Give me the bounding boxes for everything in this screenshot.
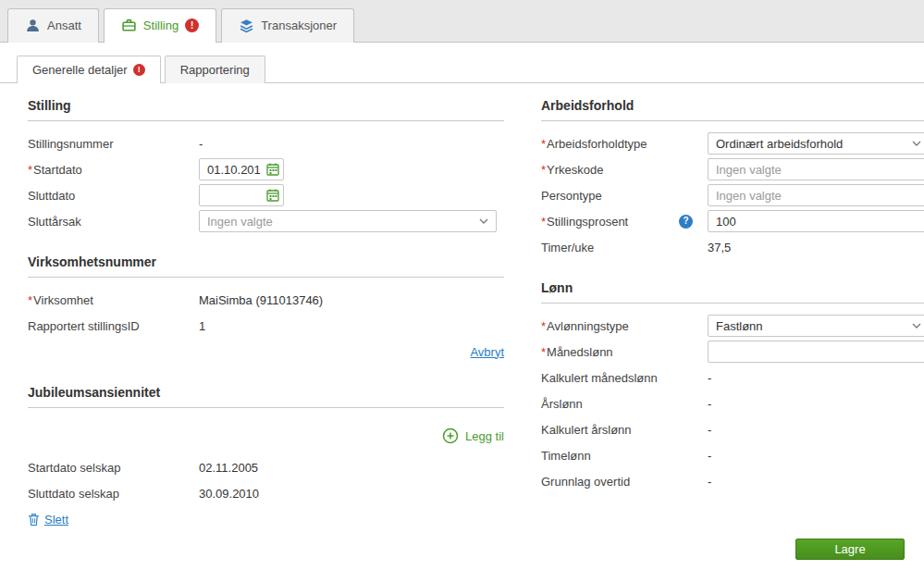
- field-timelonn: Timelønn -: [541, 442, 924, 468]
- required-marker: *: [541, 137, 546, 151]
- kalkulert-arslonn-value: -: [708, 423, 711, 437]
- left-column: Stilling Stillingsnummer - * Startdato: [28, 98, 504, 552]
- chevron-down-icon: [912, 323, 921, 328]
- virksomhet-value: MaiSimba (911013746): [199, 293, 323, 307]
- required-marker: *: [541, 163, 546, 177]
- stillingsnummer-label: Stillingsnummer: [28, 137, 113, 151]
- tab-stilling[interactable]: Stilling !: [104, 8, 216, 43]
- arbeidsforholdtype-select[interactable]: Ordinært arbeidsforhold: [708, 132, 924, 155]
- arbeidsforholdtype-value: Ordinært arbeidsforhold: [716, 137, 843, 151]
- warning-badge: !: [133, 64, 145, 76]
- tab-generelle-detaljer[interactable]: Generelle detaljer !: [17, 56, 161, 83]
- field-arslonn: Årslønn -: [541, 390, 924, 416]
- stillingsprosent-input[interactable]: [708, 210, 924, 232]
- legg-til-link[interactable]: Legg til: [442, 428, 504, 444]
- field-kalkulert-manedslonn: Kalkulert månedslønn -: [541, 365, 924, 390]
- field-startdato-selskap: Startdato selskap 02.11.2005: [28, 454, 504, 480]
- tab-rapportering-label: Rapportering: [180, 63, 250, 77]
- section-stilling: Stilling Stillingsnummer - * Startdato: [28, 98, 504, 234]
- yrkeskode-label: Yrkeskode: [547, 163, 603, 177]
- field-stillingsnummer: Stillingsnummer -: [28, 130, 504, 156]
- sluttarsak-select[interactable]: Ingen valgte: [199, 210, 497, 232]
- field-rapportert-stillingsid: Rapportert stillingsID 1: [28, 313, 504, 339]
- section-jubileumsansiennitet: Jubileumsansiennitet Legg til Startdato …: [28, 385, 504, 532]
- right-column: Arbeidsforhold * Arbeidsforholdtype Ordi…: [541, 98, 924, 552]
- field-sluttarsak: Sluttårsak Ingen valgte: [28, 208, 504, 234]
- section-lonn: Lønn * Avlønningstype Fastlønn * Månedsl…: [541, 280, 924, 494]
- trash-icon: [28, 513, 40, 527]
- help-icon[interactable]: ?: [679, 215, 693, 229]
- field-kalkulert-arslonn: Kalkulert årslønn -: [541, 416, 924, 442]
- kalkulert-manedslonn-value: -: [708, 371, 711, 385]
- tab-ansatt[interactable]: Ansatt: [7, 8, 99, 43]
- virksomhet-label: Virksomhet: [33, 293, 93, 307]
- field-timer-uke: Timer/uke 37,5: [541, 234, 924, 260]
- manedslonn-label: Månedslønn: [547, 345, 613, 359]
- section-title-lonn: Lønn: [541, 280, 924, 304]
- startdato-label: Startdato: [33, 163, 82, 177]
- sluttdato-selskap-label: Sluttdato selskap: [28, 487, 119, 501]
- arslonn-label: Årslønn: [541, 397, 583, 411]
- transactions-icon: [239, 18, 254, 33]
- slett-link[interactable]: Slett: [28, 513, 68, 527]
- arbeidsforholdtype-label: Arbeidsforholdtype: [547, 137, 647, 151]
- field-stillingsprosent: * Stillingsprosent ?: [541, 208, 924, 234]
- sluttarsak-label: Sluttårsak: [28, 215, 81, 229]
- section-title-virksomhetsnummer: Virksomhetsnummer: [28, 254, 504, 278]
- avbryt-row: Avbryt: [28, 339, 504, 365]
- section-virksomhetsnummer: Virksomhetsnummer * Virksomhet MaiSimba …: [28, 254, 504, 365]
- field-virksomhet: * Virksomhet MaiSimba (911013746): [28, 287, 504, 313]
- grunnlag-overtid-value: -: [708, 475, 711, 489]
- sluttarsak-placeholder: Ingen valgte: [207, 215, 273, 229]
- field-avlonningstype: * Avlønningstype Fastlønn: [541, 313, 924, 339]
- sluttdato-label: Sluttdato: [28, 189, 75, 203]
- lagre-button[interactable]: Lagre: [795, 539, 905, 560]
- required-marker: *: [28, 163, 32, 177]
- required-marker: *: [541, 345, 546, 359]
- briefcase-icon: [121, 18, 137, 33]
- tab-transaksjoner[interactable]: Transaksjoner: [221, 8, 354, 43]
- sub-tab-bar: Generelle detaljer ! Rapportering: [0, 43, 924, 83]
- tab-stilling-label: Stilling: [143, 19, 179, 32]
- field-manedslonn: * Månedslønn: [541, 339, 924, 365]
- required-marker: *: [28, 293, 32, 307]
- manedslonn-input[interactable]: [708, 341, 924, 363]
- section-arbeidsforhold: Arbeidsforhold * Arbeidsforholdtype Ordi…: [541, 98, 924, 260]
- avlonningstype-select[interactable]: Fastlønn: [708, 315, 924, 337]
- chevron-down-icon: [479, 218, 488, 224]
- section-title-jubileumsansiennitet: Jubileumsansiennitet: [28, 385, 504, 408]
- field-grunnlag-overtid: Grunnlag overtid -: [541, 468, 924, 494]
- persontype-label: Persontype: [541, 189, 602, 203]
- field-sluttdato-selskap: Sluttdato selskap 30.09.2010: [28, 480, 504, 506]
- field-arbeidsforholdtype: * Arbeidsforholdtype Ordinært arbeidsfor…: [541, 130, 924, 156]
- section-title-stilling: Stilling: [28, 98, 504, 121]
- tab-ansatt-label: Ansatt: [47, 19, 81, 32]
- timer-uke-value: 37,5: [708, 241, 731, 254]
- sluttdato-selskap-value: 30.09.2010: [199, 487, 259, 501]
- required-marker: *: [541, 319, 546, 333]
- plus-circle-icon: [442, 428, 459, 444]
- startdato-selskap-value: 02.11.2005: [199, 461, 258, 475]
- grunnlag-overtid-label: Grunnlag overtid: [541, 475, 630, 489]
- stillingsprosent-label: Stillingsprosent: [547, 215, 628, 229]
- calendar-icon[interactable]: [265, 188, 280, 203]
- main-content: Stilling Stillingsnummer - * Startdato: [0, 83, 924, 552]
- tab-transaksjoner-label: Transaksjoner: [261, 19, 337, 32]
- kalkulert-manedslonn-label: Kalkulert månedslønn: [541, 371, 658, 385]
- timer-uke-label: Timer/uke: [541, 241, 594, 254]
- person-icon: [25, 18, 41, 33]
- top-tab-bar: Ansatt Stilling ! Transaksjoner: [0, 0, 924, 43]
- avlonningstype-label: Avlønningstype: [547, 319, 629, 333]
- yrkeskode-input[interactable]: [708, 158, 924, 180]
- persontype-input[interactable]: [708, 184, 924, 206]
- tab-rapportering[interactable]: Rapportering: [165, 56, 265, 83]
- slett-row: Slett: [28, 506, 504, 532]
- calendar-icon[interactable]: [265, 162, 280, 177]
- rapportert-stillingsid-value: 1: [199, 319, 205, 333]
- field-persontype: Persontype: [541, 182, 924, 208]
- timelonn-label: Timelønn: [541, 449, 591, 463]
- slett-label: Slett: [44, 513, 68, 527]
- arslonn-value: -: [708, 397, 711, 411]
- avbryt-link[interactable]: Avbryt: [470, 345, 504, 359]
- required-marker: *: [541, 215, 546, 229]
